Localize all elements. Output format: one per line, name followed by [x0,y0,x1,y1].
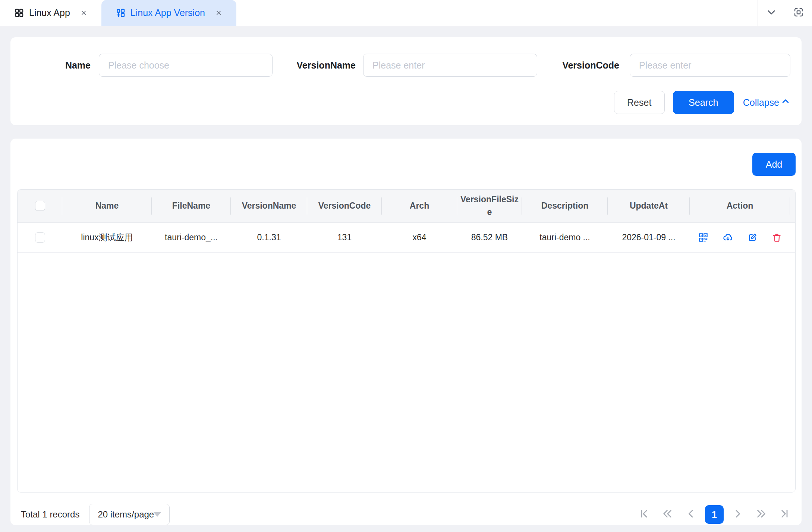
toolbar-row: Add [17,153,796,176]
cell-versionfilesize: 86.52 MB [457,222,522,252]
data-table: Name FileName VersionName VersionCode Ar… [18,190,796,253]
table-header-row: Name FileName VersionName VersionCode Ar… [18,190,796,222]
field-name: Name [22,54,273,77]
search-form-row: Name VersionName VersionCode [22,54,790,77]
row-checkbox-cell [18,222,62,252]
collapse-label: Collapse [743,97,779,108]
prev-5-pages-button[interactable] [658,505,677,524]
first-page-icon [638,508,650,521]
tab-linux-app-version[interactable]: Linux App Version [101,0,236,26]
next-5-pages-button[interactable] [752,505,771,524]
column-header-versionname: VersionName [231,190,307,222]
prev-page-button[interactable] [682,505,700,524]
maximize-icon [793,7,804,19]
tab-bar: Linux App Linux App Version [0,0,812,26]
data-table-container: Name FileName VersionName VersionCode Ar… [17,189,796,493]
collapse-toggle[interactable]: Collapse [743,96,790,108]
search-actions-row: Reset Search Collapse [22,91,790,114]
tab-list-dropdown-button[interactable] [758,0,785,26]
next-5-pages-icon [755,508,767,521]
reset-button[interactable]: Reset [614,91,665,114]
cell-description: tauri-demo ... [522,222,608,252]
chevron-up-icon [781,96,790,108]
table-footer: Total 1 records 20 items/page [17,504,796,525]
column-header-name: Name [62,190,152,222]
page-size-value: 20 items/page [98,509,154,520]
column-header-filename: FileName [152,190,231,222]
column-header-description: Description [522,190,608,222]
column-header-arch: Arch [382,190,457,222]
appstore-add-icon [116,8,126,18]
table-card: Add Name FileName VersionName VersionCod… [10,139,802,525]
tab-label: Linux App [29,7,70,18]
version-name-label: VersionName [290,60,356,71]
row-checkbox[interactable] [35,232,45,243]
cell-versionname: 0.1.31 [231,222,307,252]
select-all-checkbox[interactable] [35,201,45,211]
tab-bar-spacer [236,0,758,26]
cell-versioncode: 131 [307,222,382,252]
row-scrollbar-gutter [790,222,796,252]
trash-icon[interactable] [772,232,782,243]
header-checkbox-cell [18,190,62,222]
cell-name: linux测试应用 [62,222,152,252]
version-code-input[interactable] [630,54,790,77]
column-header-versionfilesize: VersionFileSize [457,190,522,222]
prev-page-icon [685,508,697,521]
last-page-button[interactable] [775,505,794,524]
total-records-text: Total 1 records [21,509,79,520]
next-page-icon [732,508,744,521]
field-version-name: VersionName [290,54,537,77]
add-button[interactable]: Add [752,153,796,176]
first-page-button[interactable] [635,505,653,524]
tab-label: Linux App Version [130,7,205,18]
search-filter-card: Name VersionName VersionCode Reset Searc… [10,37,802,125]
appstore-grid-icon [14,8,24,18]
qrcode-icon[interactable] [698,232,708,243]
cell-action [690,222,790,252]
column-header-updateat: UpdateAt [608,190,690,222]
column-header-action: Action [690,190,790,222]
table-row: linux测试应用 tauri-demo_... 0.1.31 131 x64 … [18,222,796,252]
cell-filename: tauri-demo_... [152,222,231,252]
column-header-versioncode: VersionCode [307,190,382,222]
search-button[interactable]: Search [673,91,734,114]
name-label: Name [22,60,91,71]
edit-icon[interactable] [748,232,758,243]
current-page-button[interactable]: 1 [705,505,724,524]
field-version-code: VersionCode [556,54,790,77]
cloud-download-icon[interactable] [723,232,733,243]
pagination: 1 [635,505,794,524]
last-page-icon [779,508,791,521]
version-name-input[interactable] [363,54,537,77]
close-icon[interactable] [215,9,222,16]
page-size-select[interactable]: 20 items/page [89,504,170,525]
cell-updateat: 2026-01-09 ... [608,222,690,252]
tab-linux-app[interactable]: Linux App [0,0,101,26]
caret-down-icon [154,512,161,517]
cell-arch: x64 [382,222,457,252]
header-scrollbar-gutter [790,190,796,222]
chevron-down-icon [766,7,777,19]
close-icon[interactable] [80,9,87,16]
version-code-label: VersionCode [556,60,619,71]
fullscreen-button[interactable] [785,0,812,26]
prev-5-pages-icon [661,508,673,521]
next-page-button[interactable] [728,505,747,524]
name-select[interactable] [99,54,273,77]
